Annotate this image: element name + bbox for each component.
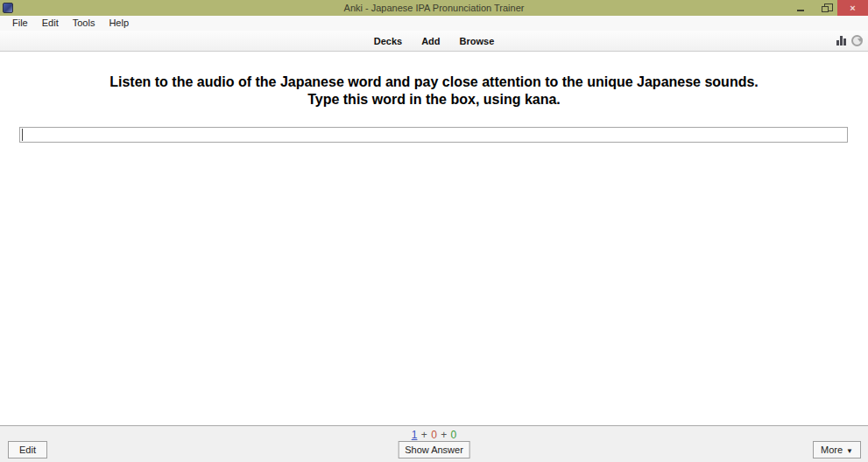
show-answer-button[interactable]: Show Answer bbox=[398, 441, 470, 458]
more-button[interactable]: More▼ bbox=[813, 441, 861, 458]
instruction-line-1: Listen to the audio of the Japanese word… bbox=[0, 74, 868, 91]
menu-edit[interactable]: Edit bbox=[35, 16, 66, 31]
sync-icon[interactable] bbox=[851, 35, 863, 46]
menu-tools[interactable]: Tools bbox=[66, 16, 102, 31]
stats-bar-chart-icon[interactable] bbox=[836, 36, 846, 46]
nav-decks[interactable]: Decks bbox=[374, 36, 402, 46]
more-button-label: More bbox=[821, 444, 843, 455]
plus-separator: + bbox=[421, 429, 427, 441]
toolbar-right-icons bbox=[836, 35, 863, 46]
close-icon: × bbox=[850, 0, 855, 16]
menu-help[interactable]: Help bbox=[102, 16, 136, 31]
menu-file[interactable]: File bbox=[5, 16, 35, 31]
new-count: 1 bbox=[412, 429, 418, 441]
edit-button[interactable]: Edit bbox=[8, 441, 47, 458]
card-instruction: Listen to the audio of the Japanese word… bbox=[0, 74, 868, 108]
answer-input[interactable] bbox=[19, 127, 848, 143]
toolbar-nav: Decks Add Browse bbox=[0, 36, 868, 46]
plus-separator: + bbox=[441, 429, 447, 441]
anki-window: Anki - Japanese IPA Pronunciation Traine… bbox=[0, 0, 868, 462]
close-button[interactable]: × bbox=[837, 0, 868, 16]
learning-count: 0 bbox=[431, 429, 437, 441]
chevron-down-icon: ▼ bbox=[846, 447, 853, 455]
bottom-bar: 1 + 0 + 0 Show Answer Edit More▼ bbox=[0, 425, 868, 462]
restore-button[interactable] bbox=[813, 0, 837, 16]
window-title: Anki - Japanese IPA Pronunciation Traine… bbox=[0, 0, 868, 16]
toolbar: Decks Add Browse bbox=[0, 31, 868, 52]
card-counts: 1 + 0 + 0 bbox=[0, 429, 868, 441]
menubar: File Edit Tools Help bbox=[0, 16, 868, 31]
instruction-line-2: Type this word in the box, using kana. bbox=[0, 91, 868, 108]
card-area: Listen to the audio of the Japanese word… bbox=[0, 74, 868, 427]
window-controls: × bbox=[788, 0, 868, 16]
text-caret bbox=[22, 129, 23, 141]
answer-input-wrap bbox=[19, 127, 848, 143]
minimize-button[interactable] bbox=[788, 0, 813, 16]
titlebar: Anki - Japanese IPA Pronunciation Traine… bbox=[0, 0, 868, 16]
nav-browse[interactable]: Browse bbox=[460, 36, 495, 46]
minimize-icon bbox=[797, 10, 804, 11]
nav-add[interactable]: Add bbox=[421, 36, 440, 46]
restore-icon bbox=[822, 6, 829, 12]
review-count: 0 bbox=[451, 429, 457, 441]
